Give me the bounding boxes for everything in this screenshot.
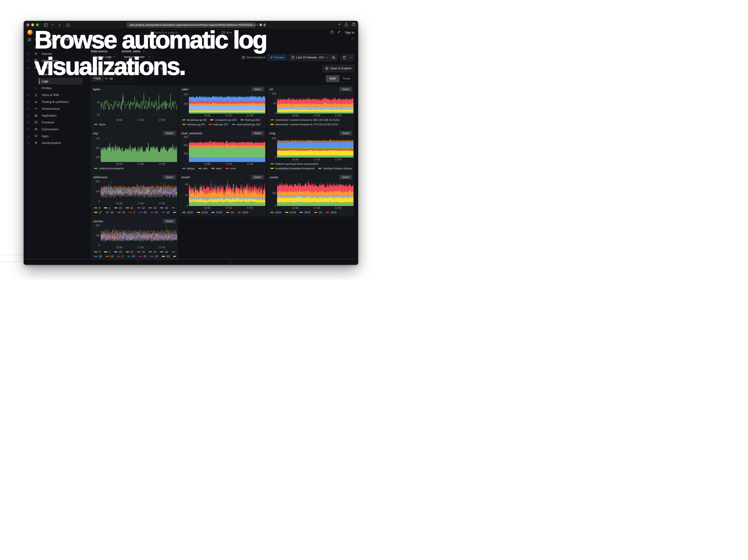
legend-item[interactable]: 15 [172,207,176,209]
legend-item[interactable]: 12 [137,251,145,253]
refresh-interval-select[interactable] [348,54,354,61]
legend-item[interactable]: broadcast.go:48 [182,118,206,121]
chevron-right-icon[interactable] [27,121,29,123]
legend-item[interactable]: 2 [128,211,135,214]
select-button[interactable]: Select [340,175,352,179]
legend-item[interactable]: 1218 [285,211,296,214]
sidebar-item-connections[interactable]: Connections [24,126,88,133]
legend-item[interactable]: 2 [117,255,123,258]
open-in-explore-button[interactable]: Open in Explore [322,65,354,72]
legend-item[interactable]: flush.go:253 [240,118,260,121]
legend-item[interactable]: 19 [117,211,125,214]
legend-item[interactable]: 0 [94,207,100,209]
legend-item[interactable]: memcache: connect timeout to 162.134.158… [271,118,340,121]
legend-item[interactable]: memcached.go:153 [232,123,260,126]
legend-item[interactable]: 2419 [300,211,310,214]
legend-item[interactable]: 12 [137,207,145,209]
legend-item[interactable]: 0 [94,251,100,253]
sidebar-item-apps[interactable]: Apps [24,133,88,140]
zoom-out-button[interactable] [330,54,338,61]
help-icon[interactable] [330,30,334,35]
legend-item[interactable]: 20 [139,211,146,214]
legend-item[interactable]: Invalidating forwarded broadcast [271,167,314,170]
collapse-icon[interactable] [351,38,354,41]
legend-item[interactable]: 23 [162,255,169,258]
minimize-window-button[interactable] [31,23,34,26]
legend-item[interactable]: 2419 [211,211,222,214]
legend-item[interactable]: memcache: connect timeout to 174.213.22.… [271,123,338,126]
close-window-button[interactable] [26,23,29,26]
select-button[interactable]: Select [251,87,264,91]
legend-item[interactable]: 29 [314,211,322,214]
legend-item[interactable]: warn [211,167,222,170]
view-toggle-rows[interactable]: Rows [339,75,354,82]
legend-item[interactable]: Value [94,123,106,126]
new-tab-icon[interactable] [337,23,341,27]
legend-item[interactable]: error [226,167,236,170]
legend-item[interactable]: 24 [173,255,176,258]
grafana-logo[interactable] [27,30,32,35]
legend-item[interactable]: 2919 [238,211,249,214]
view-toggle-grid[interactable]: Grid [326,75,339,82]
legend-item[interactable]: 18 [106,211,114,214]
legend-item[interactable]: compactor.go:242 [210,118,236,121]
legend-item[interactable]: 10 [114,251,122,253]
chevron-down-icon[interactable] [27,67,29,69]
select-button[interactable]: Select [340,87,352,91]
legend-item[interactable]: instance.go:43 [182,123,205,126]
legend-item[interactable]: main.go:107 [209,123,228,126]
chevron-right-icon[interactable] [27,60,29,62]
legend-item[interactable]: collectors/compactor [94,167,124,170]
chevron-right-icon[interactable] [27,115,29,117]
menu-icon[interactable] [27,38,31,42]
legend-item[interactable]: 20 [127,255,135,258]
sidebar-item-alerts-irm[interactable]: Alerts & IRM [24,92,88,98]
chevron-right-icon[interactable] [27,94,29,96]
legend-item[interactable]: 21 [150,211,158,214]
select-button[interactable]: Select [163,175,176,179]
legend-item[interactable]: 29 [226,211,234,214]
legend-item[interactable]: 17 [94,211,102,214]
sidebar-item-administration[interactable]: Administration [24,140,88,146]
legend-item[interactable]: 10 [114,207,122,209]
legend-item[interactable]: 2919 [326,211,337,214]
legend-item[interactable]: 18 [94,255,102,258]
legend-item[interactable]: 11 [126,251,133,253]
legend-item[interactable]: 1 [104,207,110,209]
sign-in-link[interactable]: Sign in [345,31,354,34]
legend-item[interactable]: Failed to get keys from memcached [271,162,318,165]
legend-item[interactable]: 14 [160,207,168,209]
sidebar-item-testing-synthetics[interactable]: Testing & synthetics [24,98,88,105]
legend-item[interactable]: 1218 [197,211,208,214]
chevron-down-icon[interactable] [51,24,54,26]
tabs-overview-icon[interactable] [352,23,355,27]
chevron-right-icon[interactable] [27,129,29,130]
time-range-picker[interactable]: Last 15 minutes UTC [289,54,330,61]
select-button[interactable]: Select [251,175,264,179]
select-button[interactable]: Select [163,131,176,135]
legend-item[interactable]: 19 [106,255,114,258]
sidebar-item-frontend[interactable]: Frontend [24,119,88,126]
refresh-button[interactable] [340,54,348,61]
legend-item[interactable]: 14 [160,251,168,253]
legend-item[interactable]: 23 [173,211,176,214]
select-button[interactable]: Select [340,131,352,135]
legend-item[interactable]: 1010 [271,211,281,214]
chevron-right-icon[interactable] [27,142,29,144]
legend-item[interactable]: Starting Grafana Enterpri [318,167,352,170]
chevron-right-icon[interactable] [34,87,36,89]
legend-item[interactable]: 1010 [182,211,193,214]
select-button[interactable]: Select [163,219,176,223]
view-toggle[interactable]: Grid Rows [326,75,354,82]
chevron-right-icon[interactable] [27,108,29,110]
sidebar-item-profiles[interactable]: Profiles [24,85,88,92]
legend-item[interactable]: info [198,167,208,170]
legend-item[interactable]: debug [182,167,194,170]
chevron-right-icon[interactable] [27,101,29,103]
chevron-right-icon[interactable] [27,53,29,55]
sidebar-item-application[interactable]: Application [24,112,88,119]
chevron-right-icon[interactable] [27,135,29,137]
legend-item[interactable]: 15 [172,251,176,253]
legend-item[interactable]: 13 [148,207,156,209]
legend-item[interactable]: 21 [139,255,146,258]
